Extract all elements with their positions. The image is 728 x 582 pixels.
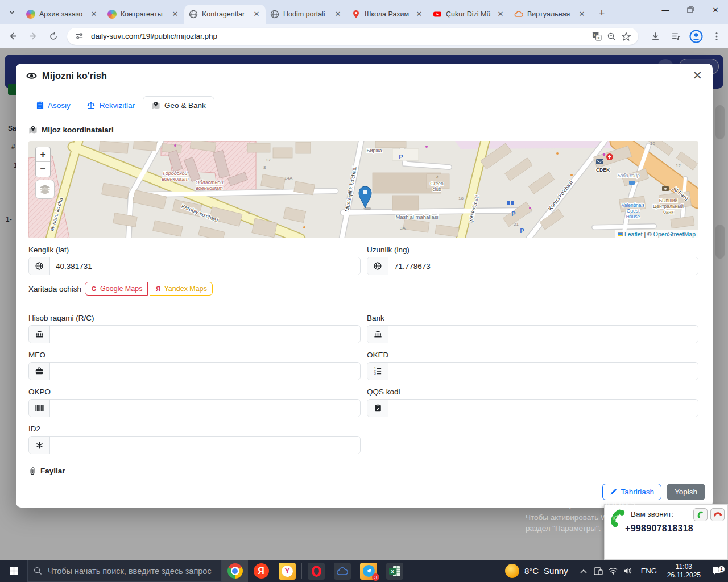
mfo-input[interactable] (50, 363, 360, 380)
taskbar-app-cloud[interactable] (329, 560, 355, 582)
modal-close-icon[interactable]: ✕ (692, 70, 702, 81)
field-lat: Kenglik (lat) (28, 238, 361, 275)
browser-tab[interactable]: Виртуальная ✕ (510, 5, 591, 24)
tab-rekvizitlar[interactable]: Rekvizitlar (78, 96, 143, 115)
rainbow-favicon (107, 10, 117, 19)
qqs-input[interactable] (388, 400, 698, 417)
taskbar-app-excel[interactable]: X (382, 560, 408, 582)
tab-close-icon[interactable]: ✕ (333, 10, 342, 19)
taskbar-search[interactable]: Чтобы начать поиск, введите здесь запрос (27, 560, 222, 582)
edit-button[interactable]: Tahrirlash (602, 484, 661, 500)
map-canvas[interactable]: ♪ Farobiy ko'chasi ev nom. ko'cha Mustaq… (28, 141, 698, 238)
opera-icon (308, 563, 325, 580)
leaflet-map[interactable]: ♪ Farobiy ko'chasi ev nom. ko'cha Mustaq… (28, 141, 698, 238)
browser-tab[interactable]: Контрагенты ✕ (103, 5, 184, 24)
svg-text:10: 10 (650, 141, 655, 146)
okpo-input[interactable] (50, 400, 360, 417)
zoom-page-icon[interactable] (604, 29, 619, 44)
wifi-icon[interactable] (606, 567, 621, 575)
tab-close-icon[interactable]: ✕ (415, 10, 424, 19)
osm-link[interactable]: OpenStreetMap (653, 231, 696, 238)
answer-call-button[interactable] (693, 508, 708, 521)
download-icon[interactable] (647, 28, 663, 44)
layers-icon (39, 184, 51, 194)
new-tab-button[interactable]: + (594, 6, 609, 20)
restore-button[interactable] (678, 0, 703, 19)
id2-input[interactable] (50, 436, 360, 454)
language-indicator[interactable]: ENG (635, 567, 663, 575)
start-button[interactable] (0, 560, 27, 582)
oked-input[interactable] (388, 363, 698, 380)
caller-number[interactable]: +998907818318 (625, 523, 693, 534)
browser-tab[interactable]: Архив заказо ✕ (22, 5, 103, 24)
lng-input[interactable] (388, 257, 698, 275)
tab-close-icon[interactable]: ✕ (89, 10, 98, 19)
tab-search-chevron-icon[interactable] (5, 5, 19, 19)
browser-tab[interactable]: Hodim portali ✕ (266, 5, 347, 24)
tab-asosiy[interactable]: Asosiy (28, 96, 78, 115)
taskbar-app-opera[interactable] (303, 560, 329, 582)
volume-icon[interactable] (621, 567, 635, 575)
address-bar[interactable]: daily-suvi.com/19l/public/mijozlar.php G… (67, 28, 638, 45)
field-mfo: MFO (28, 343, 361, 380)
notification-center-button[interactable]: 1 (705, 567, 728, 576)
svg-text:X: X (391, 568, 394, 574)
tray-device-icon[interactable] (591, 567, 606, 575)
tab-close-icon[interactable]: ✕ (171, 10, 180, 19)
tab-geo-bank[interactable]: Geo & Bank (143, 96, 214, 115)
taskbar-app-messenger[interactable]: 3 (355, 560, 382, 582)
svg-text:14A: 14A (284, 176, 293, 181)
tab-close-icon[interactable]: ✕ (577, 10, 586, 19)
svg-text:Областной: Областной (196, 180, 224, 185)
url-text[interactable]: daily-suvi.com/19l/public/mijozlar.php (91, 32, 589, 40)
taskbar-app-yandex-search[interactable]: Я (248, 560, 274, 582)
yandex-maps-label: Yandex Maps (164, 285, 207, 293)
browser-tab[interactable]: Школа Рахим ✕ (347, 5, 428, 24)
close-button[interactable]: Yopish (667, 484, 705, 500)
yandex-maps-button[interactable]: Я Yandex Maps (150, 282, 213, 296)
lat-input[interactable] (50, 257, 360, 275)
files-section-title: Fayllar (28, 467, 700, 475)
modal-body: Asosiy Rekvizitlar Geo & Bank Mijoz koor… (16, 88, 713, 475)
bank-input[interactable] (388, 326, 698, 343)
taskbar-clock[interactable]: 11:03 26.11.2025 (663, 563, 705, 580)
map-layers-button[interactable] (35, 180, 55, 199)
browser-tab[interactable]: Çukur Dizi Mü ✕ (428, 5, 510, 24)
site-settings-icon[interactable] (72, 29, 86, 44)
taskbar-app-yandex-browser[interactable]: Y (274, 560, 300, 582)
kebab-menu-icon[interactable] (709, 28, 725, 44)
browser-tab-active[interactable]: Kontragentlar ✕ (184, 5, 266, 24)
tab-close-icon[interactable]: ✕ (496, 10, 505, 19)
media-playlist-icon[interactable] (668, 28, 684, 44)
account-input[interactable] (50, 326, 360, 343)
yandex-browser-icon: Y (279, 563, 296, 580)
search-placeholder: Чтобы начать поиск, введите здесь запрос (48, 567, 212, 576)
leaflet-link[interactable]: Leaflet (624, 231, 643, 238)
decline-call-button[interactable] (710, 508, 725, 521)
reload-icon[interactable] (46, 28, 61, 44)
tab-label: Geo & Bank (164, 101, 206, 110)
svg-text:Биржа: Биржа (367, 148, 382, 153)
zoom-out-button[interactable]: − (36, 162, 50, 177)
forward-icon[interactable] (25, 28, 41, 44)
translate-icon[interactable]: Gя (589, 29, 604, 44)
close-window-button[interactable]: ✕ (703, 0, 728, 19)
zoom-in-button[interactable]: + (36, 147, 50, 162)
tab-close-icon[interactable]: ✕ (252, 10, 261, 19)
google-maps-button[interactable]: G Google Maps (85, 282, 148, 296)
minimize-button[interactable]: — (653, 0, 678, 19)
svg-text:Бывший: Бывший (659, 198, 678, 203)
profile-avatar[interactable] (688, 28, 704, 44)
caller-label: Вам звонит: (631, 510, 673, 518)
bookmark-star-icon[interactable] (619, 29, 634, 44)
tray-chevron-icon[interactable] (576, 569, 591, 573)
back-icon[interactable] (5, 28, 20, 44)
svg-text:Guest: Guest (627, 208, 640, 214)
svg-text:♪: ♪ (436, 173, 439, 180)
taskbar-weather[interactable]: 8°C Sunny (497, 564, 576, 578)
taskbar-app-chrome[interactable] (222, 560, 248, 582)
barcode-icon (29, 400, 50, 417)
cloud-app-icon (334, 563, 351, 580)
globe-icon (29, 257, 50, 275)
svg-text:3A: 3A (400, 226, 406, 231)
